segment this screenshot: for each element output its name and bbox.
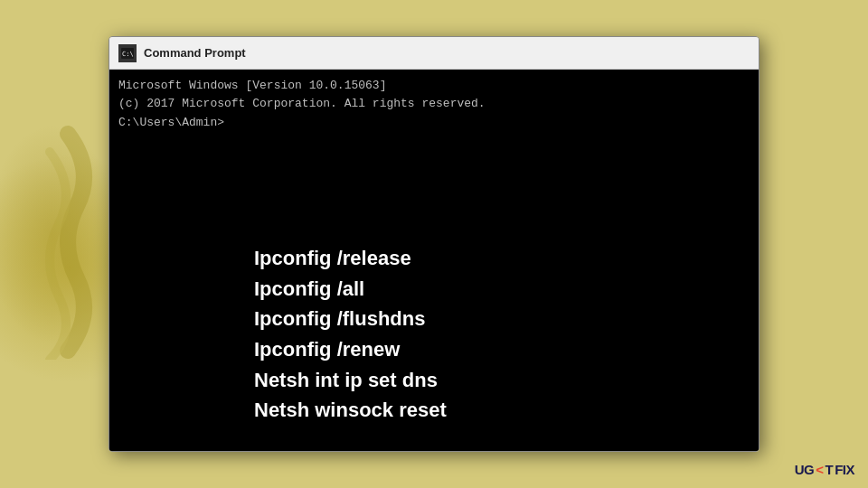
command-line-3: Ipconfig /flushdns [254, 305, 722, 333]
logo-part1: UG [795, 462, 815, 477]
command-line-2: Ipconfig /all [254, 276, 722, 303]
command-line-4: Ipconfig /renew [254, 336, 722, 363]
logo-part3: T [825, 462, 833, 477]
title-bar: C:\ Command Prompt [109, 37, 759, 70]
window-title: Command Prompt [144, 46, 246, 60]
logo-part2: < [816, 462, 823, 477]
command-line-1: Ipconfig /release [254, 245, 722, 272]
logo-part4: FIX [835, 462, 854, 477]
terminal-output-line1: Microsoft Windows [Version 10.0.15063] [118, 77, 750, 95]
terminal-body[interactable]: Microsoft Windows [Version 10.0.15063] (… [109, 70, 759, 451]
cmd-icon: C:\ [118, 44, 137, 62]
terminal-output-line2: (c) 2017 Microsoft Corporation. All righ… [118, 95, 750, 113]
command-line-5: Netsh int ip set dns [254, 367, 722, 394]
terminal-prompt: C:\Users\Admin> [118, 114, 750, 132]
svg-text:C:\: C:\ [122, 51, 134, 58]
command-line-6: Netsh winsock reset [254, 397, 722, 424]
commands-overlay: Ipconfig /release Ipconfig /all Ipconfig… [109, 218, 759, 451]
decorative-swirl-left [14, 125, 104, 363]
ugtfix-logo: UG < T FIX [795, 462, 854, 477]
command-prompt-window: C:\ Command Prompt Microsoft Windows [Ve… [108, 36, 760, 452]
